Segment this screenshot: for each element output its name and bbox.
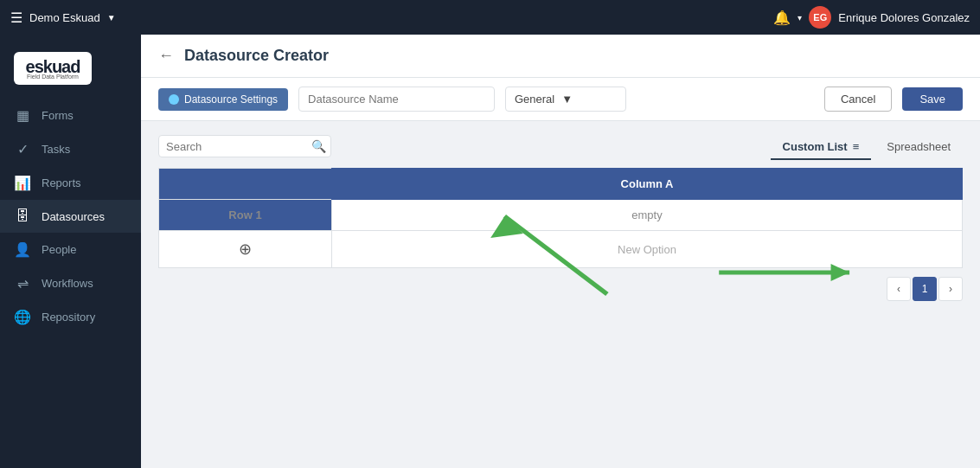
topbar-right: 🔔 ▾ EG Enrique Dolores Gonzalez <box>773 6 970 29</box>
topbar-left: ☰ Demo Eskuad ▼ <box>10 10 116 26</box>
sidebar-item-forms[interactable]: ▦ Forms <box>0 99 141 132</box>
sidebar-item-datasources[interactable]: 🗄 Datasources <box>0 200 141 233</box>
tab-custom-list[interactable]: Custom List ≡ <box>771 135 872 160</box>
search-bar: 🔍 <box>158 135 331 157</box>
page-title: Datasource Creator <box>184 47 329 65</box>
row-1-label: Row 1 <box>159 200 332 231</box>
sidebar-item-repository[interactable]: 🌐 Repository <box>0 300 141 334</box>
sidebar-item-tasks[interactable]: ✓ Tasks <box>0 132 141 166</box>
sidebar-label-tasks: Tasks <box>42 143 70 156</box>
sidebar-label-repository: Repository <box>42 311 95 324</box>
tabs-row: Custom List ≡ Spreadsheet <box>771 135 963 160</box>
logo-sub: Field Data Platform <box>26 74 80 80</box>
tab-spreadsheet[interactable]: Spreadsheet <box>874 135 963 160</box>
topbar-chevron-icon: ▼ <box>107 13 116 22</box>
content-area: Custom List ≡ Spreadsheet 🔍 <box>141 121 980 468</box>
data-table: Column A Row 1 empty ⊕ New Option <box>158 168 963 268</box>
sidebar-label-people: People <box>42 243 76 256</box>
main-content: ← Datasource Creator Datasource Settings… <box>141 35 980 468</box>
sidebar-label-datasources: Datasources <box>42 210 105 223</box>
general-select[interactable]: General ▼ <box>505 87 626 112</box>
logo-area: eskuad Field Data Platform <box>0 42 141 99</box>
avatar: EG <box>809 6 831 29</box>
pagination: ‹ 1 › <box>158 277 963 301</box>
table-column-a-header: Column A <box>332 169 963 200</box>
add-row[interactable]: ⊕ New Option <box>159 231 963 268</box>
add-circle-icon[interactable]: ⊕ <box>239 240 252 258</box>
repository-icon: 🌐 <box>14 309 31 325</box>
cancel-button[interactable]: Cancel <box>824 87 892 112</box>
search-icon: 🔍 <box>311 139 326 153</box>
tasks-icon: ✓ <box>14 141 31 157</box>
general-select-chevron-icon: ▼ <box>561 93 573 106</box>
next-page-button[interactable]: › <box>938 277 963 301</box>
topbar-user-name: Enrique Dolores Gonzalez <box>838 11 970 24</box>
sidebar-item-workflows[interactable]: ⇌ Workflows <box>0 266 141 300</box>
topbar-chevron-right-icon: ▾ <box>797 13 802 22</box>
save-button[interactable]: Save <box>902 87 963 111</box>
notification-icon[interactable]: 🔔 <box>773 10 791 26</box>
logo-image: eskuad Field Data Platform <box>14 52 92 85</box>
search-input[interactable] <box>166 140 311 153</box>
spreadsheet-label: Spreadsheet <box>887 140 951 153</box>
sidebar: eskuad Field Data Platform ▦ Forms ✓ Tas… <box>0 35 141 468</box>
custom-list-label: Custom List <box>783 140 848 153</box>
hamburger-icon[interactable]: ☰ <box>10 10 22 26</box>
datasources-icon: 🗄 <box>14 208 31 224</box>
people-icon: 👤 <box>14 241 31 258</box>
sidebar-label-workflows: Workflows <box>42 277 93 290</box>
table-row: Row 1 empty <box>159 200 963 231</box>
custom-list-icon: ≡ <box>853 140 860 153</box>
workflows-icon: ⇌ <box>14 275 31 292</box>
add-icon-cell[interactable]: ⊕ <box>159 231 332 268</box>
reports-icon: 📊 <box>14 175 31 191</box>
table-row-header-col <box>159 169 332 200</box>
prev-page-button[interactable]: ‹ <box>887 277 911 301</box>
datasource-settings-button[interactable]: Datasource Settings <box>158 88 288 111</box>
datasource-name-input[interactable] <box>298 87 495 112</box>
row-1-value[interactable]: empty <box>332 200 963 231</box>
general-select-label: General <box>515 93 554 106</box>
sidebar-label-reports: Reports <box>42 176 81 189</box>
current-page-button[interactable]: 1 <box>913 277 937 301</box>
sidebar-label-forms: Forms <box>42 109 74 122</box>
datasource-settings-label: Datasource Settings <box>184 93 278 106</box>
page-header: ← Datasource Creator <box>141 35 980 78</box>
layout: eskuad Field Data Platform ▦ Forms ✓ Tas… <box>0 35 980 468</box>
new-option-label[interactable]: New Option <box>332 231 963 268</box>
forms-icon: ▦ <box>14 107 31 124</box>
topbar-workspace-name[interactable]: Demo Eskuad <box>29 11 100 24</box>
topbar: ☰ Demo Eskuad ▼ 🔔 ▾ EG Enrique Dolores G… <box>0 0 980 35</box>
sidebar-item-reports[interactable]: 📊 Reports <box>0 166 141 200</box>
settings-circle-icon <box>169 94 179 105</box>
toolbar: Datasource Settings General ▼ Cancel Sav… <box>141 78 980 121</box>
sidebar-item-people[interactable]: 👤 People <box>0 233 141 266</box>
back-button[interactable]: ← <box>158 47 174 65</box>
